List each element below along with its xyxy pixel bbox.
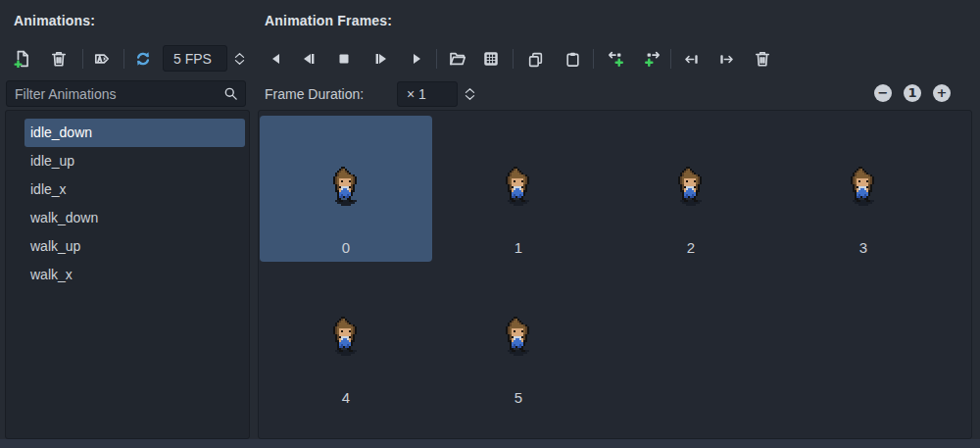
frame-duration-row: Frame Duration: × 1 − 1 + bbox=[258, 80, 980, 108]
loop-toggle[interactable] bbox=[131, 47, 155, 71]
stop-button[interactable] bbox=[332, 47, 356, 71]
toolbar-separator bbox=[593, 49, 594, 69]
frame-index: 4 bbox=[260, 389, 432, 406]
copy-button[interactable] bbox=[523, 47, 547, 71]
spriteframes-editor: Animations: bbox=[0, 0, 980, 448]
insert-after-icon bbox=[644, 50, 662, 68]
spin-updown-icon bbox=[464, 86, 476, 102]
toolbar-separator bbox=[82, 49, 83, 69]
trash-icon bbox=[754, 50, 771, 68]
frame-index: 3 bbox=[777, 239, 950, 256]
animation-item[interactable]: idle_down bbox=[24, 119, 245, 147]
frame-cell[interactable]: 4 bbox=[260, 266, 432, 412]
zoom-out-button[interactable]: − bbox=[874, 84, 892, 102]
play-button[interactable] bbox=[405, 47, 428, 71]
frame-index: 2 bbox=[605, 239, 777, 256]
filter-animations-box bbox=[6, 80, 246, 107]
frame-duration-label: Frame Duration: bbox=[265, 80, 364, 108]
animations-title: Animations: bbox=[14, 13, 95, 28]
frame-index: 1 bbox=[432, 239, 605, 256]
add-frames-from-file-button[interactable] bbox=[446, 47, 469, 71]
play-from-current-icon bbox=[373, 51, 389, 67]
move-left-button[interactable] bbox=[679, 47, 703, 71]
autoplay-toggle[interactable] bbox=[90, 47, 114, 71]
play-backwards-button[interactable] bbox=[265, 47, 288, 71]
frame-cell[interactable]: 5 bbox=[432, 266, 605, 412]
animation-frames-panel: Animation Frames: bbox=[258, 0, 980, 439]
paste-button[interactable] bbox=[561, 47, 584, 71]
frames-grid: 0 1 2 3 4 bbox=[258, 110, 972, 439]
new-animation-icon bbox=[14, 50, 31, 68]
play-backwards-from-current-button[interactable] bbox=[297, 47, 320, 71]
fps-spinbox[interactable]: 5 FPS bbox=[163, 45, 227, 72]
loop-icon bbox=[134, 50, 152, 68]
add-animation-button[interactable] bbox=[11, 47, 34, 71]
insert-before-icon bbox=[607, 50, 624, 68]
fps-spin-arrows[interactable] bbox=[230, 47, 248, 71]
search-icon bbox=[223, 86, 238, 101]
toolbar-separator bbox=[670, 49, 671, 69]
frame-thumbnail bbox=[678, 167, 704, 206]
frame-cell[interactable]: 1 bbox=[432, 116, 605, 262]
delete-animation-button[interactable] bbox=[47, 47, 71, 71]
animation-item[interactable]: idle_up bbox=[6, 147, 249, 175]
play-icon bbox=[409, 51, 424, 67]
frame-index: 5 bbox=[432, 389, 605, 406]
toolbar-separator bbox=[436, 49, 437, 69]
animation-item[interactable]: walk_up bbox=[6, 232, 249, 261]
copy-icon bbox=[527, 51, 544, 68]
frame-thumbnail bbox=[506, 317, 531, 356]
animation-item[interactable]: walk_x bbox=[6, 261, 249, 289]
frame-thumbnail bbox=[506, 167, 531, 206]
animations-toolbar: 5 FPS bbox=[0, 43, 252, 75]
autoplay-icon bbox=[93, 50, 111, 68]
move-left-icon bbox=[683, 51, 700, 68]
open-folder-icon bbox=[449, 50, 466, 68]
animation-item[interactable]: idle_x bbox=[6, 175, 249, 204]
insert-after-button[interactable] bbox=[641, 47, 664, 71]
play-backwards-from-current-icon bbox=[301, 51, 317, 67]
paste-icon bbox=[564, 51, 581, 68]
toolbar-separator bbox=[123, 49, 124, 69]
frame-thumbnail bbox=[333, 167, 359, 206]
zoom-reset-button[interactable]: 1 bbox=[904, 84, 921, 102]
bottom-strip bbox=[0, 439, 980, 448]
frame-duration-spin-arrows[interactable] bbox=[461, 85, 478, 103]
play-from-current-button[interactable] bbox=[369, 47, 393, 71]
spin-updown-icon bbox=[233, 51, 246, 67]
play-backwards-icon bbox=[269, 51, 284, 67]
animation-item[interactable]: walk_down bbox=[6, 204, 249, 232]
add-frames-from-sheet-button[interactable] bbox=[479, 47, 503, 71]
frame-duration-value: × 1 bbox=[407, 86, 426, 102]
move-right-icon bbox=[718, 51, 735, 68]
animations-panel: Animations: bbox=[0, 0, 252, 439]
frame-cell[interactable]: 2 bbox=[605, 116, 777, 262]
frame-thumbnail bbox=[851, 167, 876, 206]
toolbar-separator bbox=[513, 49, 514, 69]
sprite-sheet-grid-icon bbox=[482, 50, 500, 68]
stop-icon bbox=[336, 51, 352, 67]
frame-duration-spinbox[interactable]: × 1 bbox=[397, 81, 458, 107]
filter-animations-input[interactable] bbox=[7, 86, 223, 102]
fps-value: 5 FPS bbox=[173, 51, 212, 67]
frame-index: 0 bbox=[260, 239, 432, 256]
trash-icon bbox=[50, 50, 68, 68]
move-right-button[interactable] bbox=[714, 47, 738, 71]
animations-list: idle_down idle_up idle_x walk_down walk_… bbox=[5, 110, 250, 439]
frames-toolbar bbox=[258, 43, 980, 75]
delete-frame-button[interactable] bbox=[751, 47, 774, 71]
frame-thumbnail bbox=[333, 317, 359, 356]
animation-frames-title: Animation Frames: bbox=[265, 13, 392, 28]
frame-cell[interactable]: 3 bbox=[777, 116, 950, 262]
zoom-in-button[interactable]: + bbox=[933, 84, 951, 102]
insert-before-button[interactable] bbox=[604, 47, 627, 71]
frame-cell[interactable]: 0 bbox=[260, 116, 432, 262]
